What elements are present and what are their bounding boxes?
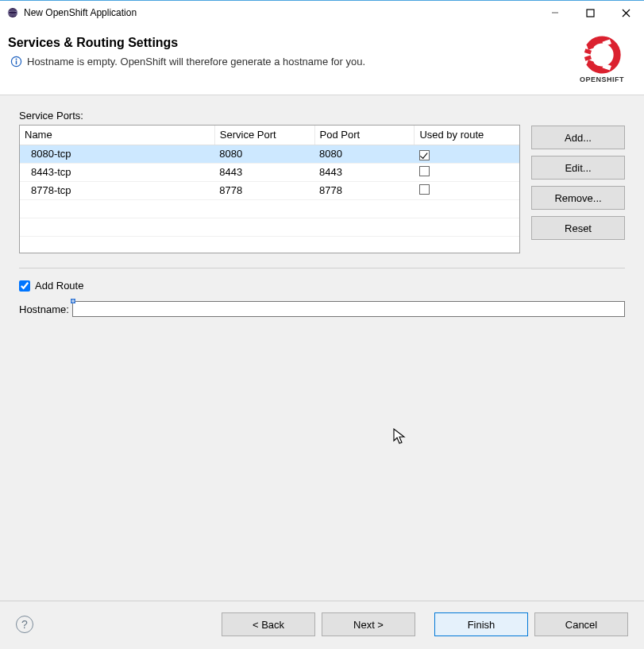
window-title: New OpenShift Application: [24, 7, 137, 18]
cell-used-by-route[interactable]: [415, 145, 519, 163]
svg-rect-4: [587, 10, 594, 17]
add-route-label[interactable]: Add Route: [35, 280, 83, 292]
openshift-logo: OPENSHIFT: [574, 36, 630, 83]
cell-service-port: [214, 199, 314, 218]
column-header-used-by-route[interactable]: Used by route: [415, 126, 519, 145]
content-assist-icon: [71, 299, 75, 303]
column-header-pod-port[interactable]: Pod Port: [314, 126, 415, 145]
remove-port-button[interactable]: Remove...: [531, 186, 625, 210]
wizard-body: Service Ports: Name Service Port Pod Por…: [0, 95, 644, 601]
cell-used-by-route: [415, 218, 519, 236]
back-button[interactable]: < Back: [222, 612, 315, 636]
cell-pod-port: 8443: [314, 163, 415, 181]
hostname-input[interactable]: [72, 301, 625, 317]
cell-used-by-route: [415, 236, 519, 253]
cell-name: [20, 199, 214, 218]
openshift-logo-label: OPENSHIFT: [580, 75, 624, 83]
help-button[interactable]: ?: [16, 616, 33, 633]
cell-service-port: 8778: [214, 181, 314, 199]
cell-name: 8080-tcp: [20, 145, 214, 163]
cell-name: 8778-tcp: [20, 181, 214, 199]
next-button[interactable]: Next >: [322, 612, 415, 636]
table-row: [20, 236, 519, 253]
table-row[interactable]: 8778-tcp87788778: [20, 181, 519, 199]
cell-pod-port: 8778: [314, 181, 415, 199]
svg-rect-13: [584, 48, 592, 54]
finish-button[interactable]: Finish: [434, 612, 528, 636]
table-row: [20, 218, 519, 236]
cell-used-by-route[interactable]: [415, 163, 519, 181]
maximize-button[interactable]: [573, 1, 608, 25]
cell-used-by-route[interactable]: [415, 181, 519, 199]
svg-point-8: [15, 58, 17, 60]
info-icon: [10, 55, 22, 68]
svg-rect-12: [584, 56, 592, 61]
service-ports-table[interactable]: Name Service Port Pod Port Used by route…: [19, 125, 520, 253]
table-row: [20, 199, 519, 218]
cell-pod-port: [314, 236, 415, 253]
cell-pod-port: [314, 218, 415, 236]
reset-ports-button[interactable]: Reset: [531, 216, 625, 240]
cell-name: 8443-tcp: [20, 163, 214, 181]
cell-pod-port: 8080: [314, 145, 415, 163]
cell-name: [20, 236, 214, 253]
cell-service-port: 8443: [214, 163, 314, 181]
add-port-button[interactable]: Add...: [531, 126, 625, 149]
close-button[interactable]: [608, 1, 644, 25]
info-message: Hostname is empty. OpenShift will theref…: [27, 56, 365, 68]
add-route-checkbox[interactable]: [19, 280, 30, 292]
ports-side-buttons: Add... Edit... Remove... Reset: [531, 125, 625, 240]
column-header-name[interactable]: Name: [20, 126, 214, 145]
used-by-route-checkbox[interactable]: [419, 184, 430, 195]
minimize-button[interactable]: [537, 1, 573, 25]
section-divider: [19, 268, 625, 268]
cell-service-port: 8080: [214, 145, 314, 163]
page-title: Services & Routing Settings: [8, 36, 574, 50]
table-row[interactable]: 8443-tcp84438443: [20, 163, 519, 181]
table-row[interactable]: 8080-tcp80808080: [20, 145, 519, 163]
cell-service-port: [214, 218, 314, 236]
cell-pod-port: [314, 199, 415, 218]
cell-service-port: [214, 236, 314, 253]
hostname-label: Hostname:: [19, 303, 69, 315]
wizard-footer: ? < Back Next > Finish Cancel: [0, 601, 644, 649]
eclipse-icon: [6, 6, 19, 19]
svg-rect-9: [15, 60, 17, 64]
cell-used-by-route: [415, 199, 519, 218]
used-by-route-checkbox[interactable]: [419, 150, 430, 160]
service-ports-label: Service Ports:: [19, 110, 625, 122]
used-by-route-checkbox[interactable]: [419, 166, 430, 176]
edit-port-button[interactable]: Edit...: [531, 156, 625, 180]
cell-name: [20, 218, 214, 236]
svg-rect-16: [72, 299, 73, 303]
titlebar: New OpenShift Application: [0, 1, 644, 25]
wizard-banner: Services & Routing Settings Hostname is …: [0, 25, 644, 95]
cancel-button[interactable]: Cancel: [534, 612, 628, 636]
column-header-service-port[interactable]: Service Port: [214, 126, 314, 145]
